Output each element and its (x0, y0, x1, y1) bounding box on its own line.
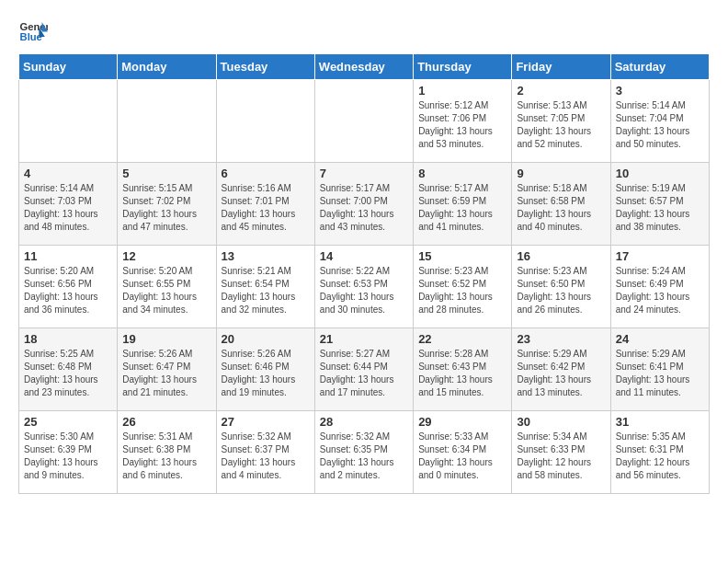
day-info: Sunrise: 5:32 AM (320, 431, 408, 443)
day-cell: 11Sunrise: 5:20 AMSunset: 6:56 PMDayligh… (19, 246, 118, 328)
day-info: and 50 minutes. (616, 138, 704, 151)
header-row: SundayMondayTuesdayWednesdayThursdayFrid… (19, 54, 710, 80)
day-info: Daylight: 13 hours (418, 208, 506, 221)
day-info: Daylight: 12 hours (616, 456, 704, 469)
day-cell (314, 80, 413, 163)
day-info: and 2 minutes. (320, 469, 408, 482)
day-cell: 19Sunrise: 5:26 AMSunset: 6:47 PMDayligh… (118, 328, 216, 411)
day-info: Sunrise: 5:13 AM (517, 99, 605, 112)
day-number: 16 (517, 249, 605, 263)
day-number: 7 (320, 167, 408, 180)
day-info: Sunset: 6:49 PM (616, 278, 704, 291)
day-cell: 30Sunrise: 5:34 AMSunset: 6:33 PMDayligh… (512, 411, 610, 494)
day-info: Sunrise: 5:34 AM (517, 431, 605, 443)
day-info: and 40 minutes. (517, 221, 605, 234)
day-cell: 16Sunrise: 5:23 AMSunset: 6:50 PMDayligh… (512, 246, 610, 328)
day-number: 18 (24, 332, 112, 346)
day-cell: 22Sunrise: 5:28 AMSunset: 6:43 PMDayligh… (414, 328, 512, 411)
header-friday: Friday (512, 54, 610, 80)
day-cell: 24Sunrise: 5:29 AMSunset: 6:41 PMDayligh… (610, 328, 709, 411)
day-info: Sunrise: 5:33 AM (418, 431, 506, 443)
day-info: Daylight: 13 hours (222, 291, 310, 304)
day-info: Sunrise: 5:31 AM (122, 431, 210, 443)
day-info: Daylight: 13 hours (418, 456, 506, 469)
day-info: Sunrise: 5:12 AM (418, 99, 506, 112)
day-info: Sunrise: 5:27 AM (320, 348, 408, 361)
day-info: Sunset: 7:04 PM (616, 112, 704, 125)
day-cell: 15Sunrise: 5:23 AMSunset: 6:52 PMDayligh… (414, 246, 512, 328)
day-info: Sunrise: 5:23 AM (517, 265, 605, 278)
week-row-5: 25Sunrise: 5:30 AMSunset: 6:39 PMDayligh… (19, 411, 710, 494)
day-info: Sunrise: 5:32 AM (222, 431, 310, 443)
day-info: Daylight: 13 hours (517, 125, 605, 138)
day-info: Daylight: 13 hours (24, 373, 112, 386)
day-info: Sunset: 7:05 PM (517, 112, 605, 125)
day-info: Sunset: 6:31 PM (616, 443, 704, 456)
day-info: Daylight: 13 hours (320, 208, 408, 221)
day-info: Sunset: 6:48 PM (24, 361, 112, 373)
day-info: and 23 minutes. (24, 386, 112, 399)
day-info: Sunset: 6:33 PM (517, 443, 605, 456)
header-thursday: Thursday (414, 54, 512, 80)
day-cell: 18Sunrise: 5:25 AMSunset: 6:48 PMDayligh… (19, 328, 118, 411)
day-info: and 0 minutes. (418, 469, 506, 482)
day-cell (118, 80, 216, 163)
day-info: Daylight: 13 hours (122, 208, 210, 221)
day-info: Daylight: 13 hours (222, 208, 310, 221)
day-info: and 41 minutes. (418, 221, 506, 234)
day-info: Sunset: 6:50 PM (517, 278, 605, 291)
day-info: Daylight: 13 hours (418, 291, 506, 304)
header-monday: Monday (118, 54, 216, 80)
day-info: Daylight: 13 hours (122, 456, 210, 469)
day-info: Sunrise: 5:18 AM (517, 182, 605, 195)
day-cell: 2Sunrise: 5:13 AMSunset: 7:05 PMDaylight… (512, 80, 610, 163)
day-cell (19, 80, 118, 163)
day-cell: 29Sunrise: 5:33 AMSunset: 6:34 PMDayligh… (414, 411, 512, 494)
day-info: Daylight: 13 hours (517, 291, 605, 304)
day-info: and 30 minutes. (320, 304, 408, 316)
day-info: Sunset: 7:02 PM (122, 195, 210, 208)
day-info: Sunrise: 5:35 AM (616, 431, 704, 443)
day-number: 15 (418, 249, 506, 263)
day-info: and 36 minutes. (24, 304, 112, 316)
day-info: and 15 minutes. (418, 386, 506, 399)
day-info: Daylight: 13 hours (122, 291, 210, 304)
day-info: Daylight: 13 hours (616, 291, 704, 304)
day-number: 2 (517, 84, 605, 98)
day-info: and 34 minutes. (122, 304, 210, 316)
day-info: and 21 minutes. (122, 386, 210, 399)
week-row-3: 11Sunrise: 5:20 AMSunset: 6:56 PMDayligh… (19, 246, 710, 328)
day-info: and 56 minutes. (616, 469, 704, 482)
day-info: Sunrise: 5:17 AM (418, 182, 506, 195)
day-cell: 25Sunrise: 5:30 AMSunset: 6:39 PMDayligh… (19, 411, 118, 494)
day-info: Daylight: 13 hours (418, 125, 506, 138)
day-cell: 12Sunrise: 5:20 AMSunset: 6:55 PMDayligh… (118, 246, 216, 328)
day-info: Sunset: 6:44 PM (320, 361, 408, 373)
day-info: Sunrise: 5:16 AM (222, 182, 310, 195)
week-row-4: 18Sunrise: 5:25 AMSunset: 6:48 PMDayligh… (19, 328, 710, 411)
day-info: and 58 minutes. (517, 469, 605, 482)
day-number: 6 (222, 167, 310, 180)
header-sunday: Sunday (19, 54, 118, 80)
day-number: 28 (320, 415, 408, 429)
day-info: and 45 minutes. (222, 221, 310, 234)
day-info: Daylight: 13 hours (24, 208, 112, 221)
day-number: 8 (418, 167, 506, 180)
day-number: 31 (616, 415, 704, 429)
day-info: Daylight: 13 hours (616, 208, 704, 221)
day-info: and 26 minutes. (517, 304, 605, 316)
day-info: Sunrise: 5:29 AM (616, 348, 704, 361)
day-info: Sunrise: 5:15 AM (122, 182, 210, 195)
day-cell: 13Sunrise: 5:21 AMSunset: 6:54 PMDayligh… (216, 246, 314, 328)
day-number: 22 (418, 332, 506, 346)
day-info: Daylight: 13 hours (24, 456, 112, 469)
day-info: Daylight: 13 hours (517, 373, 605, 386)
day-info: Sunset: 6:46 PM (222, 361, 310, 373)
day-info: Daylight: 13 hours (24, 291, 112, 304)
day-cell: 6Sunrise: 5:16 AMSunset: 7:01 PMDaylight… (216, 163, 314, 246)
day-info: Sunrise: 5:14 AM (616, 99, 704, 112)
day-number: 25 (24, 415, 112, 429)
day-cell: 27Sunrise: 5:32 AMSunset: 6:37 PMDayligh… (216, 411, 314, 494)
day-info: Sunset: 6:59 PM (418, 195, 506, 208)
day-info: and 32 minutes. (222, 304, 310, 316)
